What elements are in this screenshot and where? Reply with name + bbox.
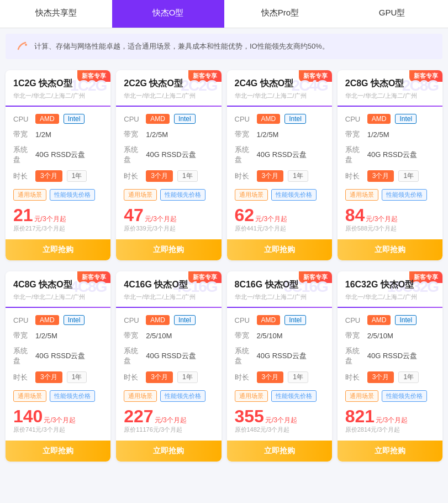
price-main: 84 元/3个月起 xyxy=(345,206,435,224)
time-3m-btn[interactable]: 3个月 xyxy=(35,170,62,182)
time-row: 时长 3个月 1年 xyxy=(124,167,213,185)
cpu-amd-btn[interactable]: AMD xyxy=(146,114,170,124)
cpu-amd-btn[interactable]: AMD xyxy=(257,315,281,325)
card-title: 8C16G 快杰O型 xyxy=(235,279,324,291)
price-unit: 元/3个月起 xyxy=(44,416,76,425)
disk-row: 系统盘 40G RSSD云盘 xyxy=(235,142,324,167)
tab-o-type[interactable]: 快杰O型 xyxy=(112,0,224,28)
time-3m-btn[interactable]: 3个月 xyxy=(367,371,394,383)
cpu-amd-btn[interactable]: AMD xyxy=(367,315,391,325)
time-1y-btn[interactable]: 1年 xyxy=(177,170,198,182)
product-card: 新客专享 4C16G 4C16G 快杰O型 华北一/华北二/上海二/广州 CPU… xyxy=(116,271,221,462)
bandwidth-value: 1/2/5M xyxy=(35,332,57,340)
buy-button[interactable]: 立即抢购 xyxy=(6,239,110,260)
buy-button[interactable]: 立即抢购 xyxy=(116,441,221,462)
disk-row: 系统盘 40G RSSD云盘 xyxy=(13,142,103,167)
cards-row-2: 新客专享 4C8G 4C8G 快杰O型 华北一/华北二/上海二/广州 CPU A… xyxy=(0,266,448,467)
card-accent-line xyxy=(6,106,110,107)
cpu-intel-btn[interactable]: Intel xyxy=(395,315,417,325)
price-number: 227 xyxy=(124,407,153,425)
time-3m-btn[interactable]: 3个月 xyxy=(146,170,173,182)
time-1y-btn[interactable]: 1年 xyxy=(67,170,87,182)
card-region: 华北一/华北二/上海二/广州 xyxy=(13,92,103,100)
price-orig: 原价2814元/3个月起 xyxy=(345,426,435,434)
bandwidth-label: 带宽 xyxy=(13,331,31,340)
card-accent-line xyxy=(338,307,442,308)
time-row: 时长 3个月 1年 xyxy=(235,167,324,185)
cpu-label: CPU xyxy=(235,115,252,123)
bandwidth-label: 带宽 xyxy=(235,331,252,340)
tab-pro[interactable]: 快杰Pro型 xyxy=(224,0,336,28)
price-orig: 原价339元/3个月起 xyxy=(124,224,213,233)
card-tags: 通用场景 性能领先价格 xyxy=(13,189,103,201)
time-1y-btn[interactable]: 1年 xyxy=(288,371,308,383)
cpu-intel-btn[interactable]: Intel xyxy=(64,114,85,124)
price-unit: 元/3个月起 xyxy=(155,416,187,425)
time-3m-btn[interactable]: 3个月 xyxy=(35,371,62,383)
time-row: 时长 3个月 1年 xyxy=(124,369,213,386)
time-1y-btn[interactable]: 1年 xyxy=(177,371,198,383)
cpu-amd-btn[interactable]: AMD xyxy=(35,114,59,124)
price-main: 227 元/3个月起 xyxy=(124,407,213,425)
notice-icon xyxy=(17,40,29,53)
tag-scene: 通用场景 xyxy=(124,390,157,402)
tab-gpu[interactable]: GPU型 xyxy=(336,0,448,28)
bandwidth-value: 1/2M xyxy=(35,130,51,139)
buy-button[interactable]: 立即抢购 xyxy=(116,239,221,260)
cpu-intel-btn[interactable]: Intel xyxy=(284,114,306,124)
cpu-row: CPU AMD Intel xyxy=(13,312,103,328)
price-orig: 原价588元/3个月起 xyxy=(345,224,435,233)
time-1y-btn[interactable]: 1年 xyxy=(398,170,419,182)
card-region: 华北一/华北二/上海二/广州 xyxy=(345,92,435,100)
disk-label: 系统盘 xyxy=(124,346,141,366)
buy-button[interactable]: 立即抢购 xyxy=(227,239,332,260)
card-title: 2C8G 快杰O型 xyxy=(345,78,435,90)
price-number: 84 xyxy=(345,206,365,224)
buy-button[interactable]: 立即抢购 xyxy=(227,441,332,462)
buy-button[interactable]: 立即抢购 xyxy=(6,441,110,462)
tag-perf: 性能领先价格 xyxy=(50,189,95,201)
product-card: 新客专享 2C2G 2C2G 快杰O型 华北一/华北二/上海二/广州 CPU A… xyxy=(116,70,221,260)
tag-perf: 性能领先价格 xyxy=(382,390,427,402)
cpu-amd-btn[interactable]: AMD xyxy=(35,315,59,325)
bandwidth-value: 1/2/5M xyxy=(146,130,168,139)
cpu-amd-btn[interactable]: AMD xyxy=(146,315,170,325)
tag-perf: 性能领先价格 xyxy=(271,189,317,201)
disk-value: 40G RSSD云盘 xyxy=(146,351,196,361)
card-tags: 通用场景 性能领先价格 xyxy=(345,390,435,402)
cpu-intel-btn[interactable]: Intel xyxy=(284,315,306,325)
time-1y-btn[interactable]: 1年 xyxy=(398,371,419,383)
tab-shared[interactable]: 快杰共享型 xyxy=(0,0,112,28)
price-unit: 元/3个月起 xyxy=(376,416,408,425)
card-tags: 通用场景 性能领先价格 xyxy=(235,189,324,201)
price-unit: 元/3个月起 xyxy=(265,416,297,425)
cpu-row: CPU AMD Intel xyxy=(235,312,324,328)
time-row: 时长 3个月 1年 xyxy=(13,369,103,386)
time-3m-btn[interactable]: 3个月 xyxy=(257,170,284,182)
disk-value: 40G RSSD云盘 xyxy=(35,351,85,361)
cpu-intel-btn[interactable]: Intel xyxy=(174,114,196,124)
buy-button[interactable]: 立即抢购 xyxy=(338,441,442,462)
buy-button[interactable]: 立即抢购 xyxy=(338,239,442,260)
card-tags: 通用场景 性能领先价格 xyxy=(345,189,435,201)
time-3m-btn[interactable]: 3个月 xyxy=(257,371,284,383)
disk-row: 系统盘 40G RSSD云盘 xyxy=(235,343,324,369)
cpu-amd-btn[interactable]: AMD xyxy=(257,114,281,124)
time-1y-btn[interactable]: 1年 xyxy=(67,371,87,383)
cpu-amd-btn[interactable]: AMD xyxy=(367,114,391,124)
disk-value: 40G RSSD云盘 xyxy=(146,150,196,160)
time-3m-btn[interactable]: 3个月 xyxy=(367,170,394,182)
disk-value: 40G RSSD云盘 xyxy=(367,150,417,160)
time-3m-btn[interactable]: 3个月 xyxy=(146,371,173,383)
price-main: 355 元/3个月起 xyxy=(235,407,324,425)
disk-value: 40G RSSD云盘 xyxy=(367,351,417,361)
product-card: 新客专享 2C8G 2C8G 快杰O型 华北一/华北二/上海二/广州 CPU A… xyxy=(338,70,442,260)
product-card: 新客专享 4C8G 4C8G 快杰O型 华北一/华北二/上海二/广州 CPU A… xyxy=(6,271,110,462)
cpu-intel-btn[interactable]: Intel xyxy=(174,315,196,325)
cpu-intel-btn[interactable]: Intel xyxy=(395,114,417,124)
cpu-intel-btn[interactable]: Intel xyxy=(64,315,85,325)
disk-row: 系统盘 40G RSSD云盘 xyxy=(13,343,103,369)
time-1y-btn[interactable]: 1年 xyxy=(288,170,308,182)
bandwidth-label: 带宽 xyxy=(124,129,141,139)
time-row: 时长 3个月 1年 xyxy=(345,167,435,185)
